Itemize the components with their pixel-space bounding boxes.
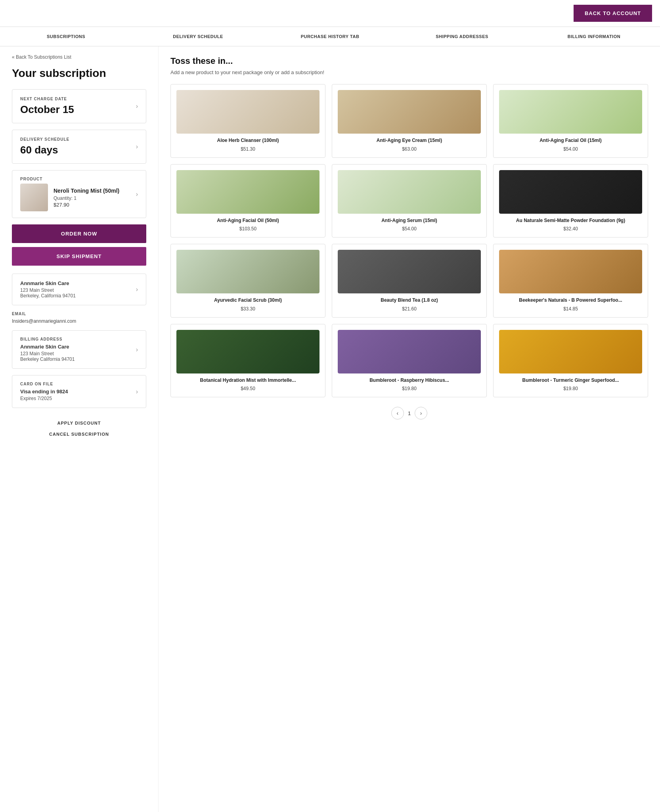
product-tile-image-color bbox=[499, 90, 642, 134]
product-tile-image bbox=[338, 90, 481, 134]
back-to-subscriptions-link[interactable]: « Back To Subscriptions List bbox=[12, 54, 146, 60]
product-name: Neroli Toning Mist (50ml) bbox=[54, 188, 119, 194]
billing-address-city: Berkeley California 94701 bbox=[20, 356, 75, 362]
product-tile[interactable]: Ayurvedic Facial Scrub (30ml)$33.30 bbox=[170, 244, 325, 318]
cancel-subscription-link[interactable]: CANCEL SUBSCRIPTION bbox=[12, 429, 146, 440]
product-tile-name: Anti-Aging Eye Cream (15ml) bbox=[338, 138, 481, 144]
skip-shipment-button[interactable]: SKIP SHIPMENT bbox=[12, 247, 146, 266]
card-on-file-label: CARD ON FILE bbox=[20, 382, 68, 386]
product-tile-image-color bbox=[176, 250, 319, 293]
product-tile-name: Anti-Aging Facial Oil (15ml) bbox=[499, 138, 642, 144]
product-tile-image bbox=[499, 330, 642, 373]
email-label: EMAIL bbox=[12, 312, 146, 316]
product-tile-name: Botanical Hydration Mist with Immortelle… bbox=[176, 377, 319, 384]
next-charge-chevron-icon: › bbox=[136, 103, 138, 110]
next-charge-label: NEXT CHARGE DATE bbox=[20, 97, 74, 101]
apply-discount-link[interactable]: APPLY DISCOUNT bbox=[12, 417, 146, 429]
product-tile-price: $51.30 bbox=[176, 146, 319, 152]
product-tile[interactable]: Bumbleroot - Turmeric Ginger Superfood..… bbox=[493, 324, 648, 398]
toss-subtitle: Add a new product to your next package o… bbox=[170, 69, 648, 75]
nav-billing-information[interactable]: BILLING INFORMATION bbox=[528, 27, 660, 46]
product-tile[interactable]: Aloe Herb Cleanser (100ml)$51.30 bbox=[170, 84, 325, 158]
left-panel: « Back To Subscriptions List Your subscr… bbox=[0, 46, 159, 812]
product-tile[interactable]: Beauty Blend Tea (1.8 oz)$21.60 bbox=[332, 244, 487, 318]
product-tile-price: $49.50 bbox=[176, 386, 319, 391]
product-tile-image-color bbox=[338, 250, 481, 293]
product-tile-name: Anti-Aging Serum (15ml) bbox=[338, 218, 481, 224]
email-section: EMAIL Insiders@annmariegianni.com bbox=[12, 312, 146, 324]
product-tile-image bbox=[499, 250, 642, 293]
product-quantity: Quantity: 1 bbox=[54, 195, 119, 201]
product-tile-image-color bbox=[176, 170, 319, 214]
billing-address-label: BILLING ADDRESS bbox=[20, 337, 75, 341]
product-tile-price: $19.80 bbox=[499, 386, 642, 391]
product-tile[interactable]: Au Naturale Semi-Matte Powder Foundation… bbox=[493, 164, 648, 238]
back-to-account-button[interactable]: BACK TO ACCOUNT bbox=[574, 5, 652, 22]
pagination-prev-button[interactable]: ‹ bbox=[391, 407, 404, 419]
product-chevron-icon: › bbox=[136, 191, 138, 198]
product-grid: Aloe Herb Cleanser (100ml)$51.30Anti-Agi… bbox=[170, 84, 648, 397]
product-tile-name: Anti-Aging Facial Oil (50ml) bbox=[176, 218, 319, 224]
card-on-file-card[interactable]: CARD ON FILE Visa ending in 9824 Expires… bbox=[12, 375, 146, 408]
product-tile-name: Bumbleroot - Raspberry Hibiscus... bbox=[338, 377, 481, 384]
shipping-address-street: 123 Main Street bbox=[20, 287, 76, 293]
right-panel: Toss these in... Add a new product to yo… bbox=[159, 46, 660, 812]
product-tile-price: $32.40 bbox=[499, 226, 642, 232]
nav-subscriptions[interactable]: SUBSCRIPTIONS bbox=[0, 27, 132, 46]
delivery-label: DELIVERY SCHEDULE bbox=[20, 137, 69, 142]
email-value: Insiders@annmariegianni.com bbox=[12, 318, 146, 324]
card-info: Visa ending in 9824 bbox=[20, 389, 68, 395]
product-tile[interactable]: Anti-Aging Serum (15ml)$54.00 bbox=[332, 164, 487, 238]
product-price: $27.90 bbox=[54, 202, 119, 208]
product-tile-price: $103.50 bbox=[176, 226, 319, 232]
product-tile-image-color bbox=[499, 250, 642, 293]
product-tile-name: Bumbleroot - Turmeric Ginger Superfood..… bbox=[499, 377, 642, 384]
product-tile[interactable]: Beekeeper's Naturals - B Powered Superfo… bbox=[493, 244, 648, 318]
product-tile-name: Beauty Blend Tea (1.8 oz) bbox=[338, 297, 481, 304]
product-tile[interactable]: Anti-Aging Facial Oil (15ml)$54.00 bbox=[493, 84, 648, 158]
nav-purchase-history[interactable]: PURCHASE HISTORY TAB bbox=[264, 27, 396, 46]
product-tile-price: $33.30 bbox=[176, 306, 319, 312]
product-tile-image-color bbox=[338, 170, 481, 214]
bottom-links: APPLY DISCOUNT CANCEL SUBSCRIPTION bbox=[12, 417, 146, 440]
pagination-current-page: 1 bbox=[408, 410, 411, 416]
nav-delivery-schedule[interactable]: DELIVERY SCHEDULE bbox=[132, 27, 264, 46]
product-tile-image bbox=[499, 90, 642, 134]
billing-address-card[interactable]: BILLING ADDRESS Annmarie Skin Care 123 M… bbox=[12, 330, 146, 369]
delivery-value: 60 days bbox=[20, 144, 69, 156]
product-tile[interactable]: Bumbleroot - Raspberry Hibiscus...$19.80 bbox=[332, 324, 487, 398]
product-tile-image bbox=[176, 170, 319, 214]
product-tile[interactable]: Anti-Aging Eye Cream (15ml)$63.00 bbox=[332, 84, 487, 158]
product-tile-image bbox=[338, 330, 481, 373]
product-tile-image bbox=[176, 90, 319, 134]
shipping-address-city: Berkeley, California 94701 bbox=[20, 293, 76, 299]
billing-address-name: Annmarie Skin Care bbox=[20, 344, 75, 350]
card-expiry: Expires 7/2025 bbox=[20, 396, 68, 401]
nav-shipping-addresses[interactable]: SHIPPING ADDRESSES bbox=[396, 27, 528, 46]
header: BACK TO ACCOUNT bbox=[0, 0, 660, 27]
product-tile[interactable]: Anti-Aging Facial Oil (50ml)$103.50 bbox=[170, 164, 325, 238]
shipping-address-card[interactable]: Annmarie Skin Care 123 Main Street Berke… bbox=[12, 274, 146, 305]
product-tile-image bbox=[176, 330, 319, 373]
page-title: Your subscription bbox=[12, 67, 146, 80]
product-label: PRODUCT bbox=[20, 177, 119, 181]
pagination-next-button[interactable]: › bbox=[415, 407, 427, 419]
product-tile-name: Aloe Herb Cleanser (100ml) bbox=[176, 138, 319, 144]
order-now-button[interactable]: ORDER NOW bbox=[12, 224, 146, 243]
product-tile-price: $54.00 bbox=[338, 226, 481, 232]
product-tile-price: $19.80 bbox=[338, 386, 481, 391]
product-tile-image bbox=[499, 170, 642, 214]
product-tile-name: Ayurvedic Facial Scrub (30ml) bbox=[176, 297, 319, 304]
product-tile-image-color bbox=[176, 330, 319, 373]
product-tile-image bbox=[176, 250, 319, 293]
product-tile[interactable]: Botanical Hydration Mist with Immortelle… bbox=[170, 324, 325, 398]
delivery-schedule-card[interactable]: DELIVERY SCHEDULE 60 days › bbox=[12, 130, 146, 164]
product-tile-image-color bbox=[499, 330, 642, 373]
product-card[interactable]: PRODUCT Neroli Toning Mist (50ml) Quanti… bbox=[12, 170, 146, 218]
product-tile-price: $21.60 bbox=[338, 306, 481, 312]
next-charge-card[interactable]: NEXT CHARGE DATE October 15 › bbox=[12, 89, 146, 123]
product-thumbnail bbox=[20, 184, 48, 211]
product-tile-name: Au Naturale Semi-Matte Powder Foundation… bbox=[499, 218, 642, 224]
delivery-chevron-icon: › bbox=[136, 143, 138, 150]
card-on-file-chevron-icon: › bbox=[136, 388, 138, 395]
